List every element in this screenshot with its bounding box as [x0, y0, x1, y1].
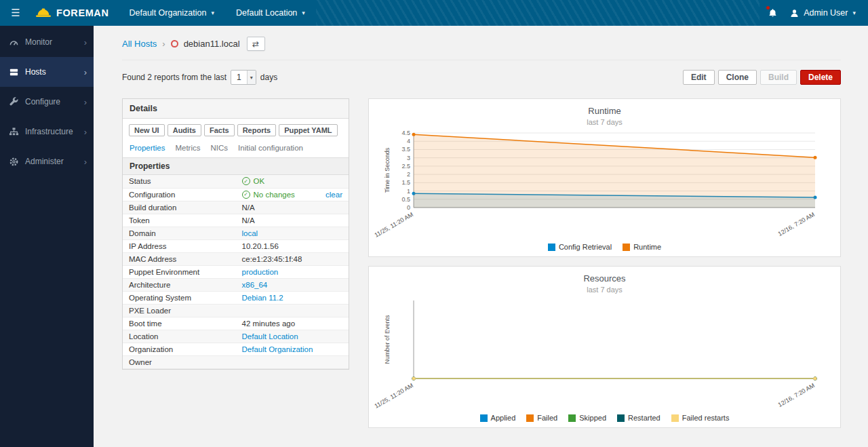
report-summary: Found 2 reports from the last 1 ▾ days — [122, 70, 277, 85]
notifications-button[interactable] — [760, 0, 786, 26]
gauge-icon — [9, 37, 19, 47]
ui-switcher-button[interactable]: ⇄ — [247, 37, 265, 51]
property-label: Build duration — [123, 201, 236, 214]
property-value: 10.20.1.56 — [236, 239, 349, 252]
server-icon — [9, 67, 19, 77]
location-selector-label: Default Location — [236, 8, 297, 18]
sidebar-item-label: Hosts — [25, 67, 46, 77]
facts-button[interactable]: Facts — [204, 124, 235, 136]
tab-metrics[interactable]: Metrics — [175, 144, 200, 152]
table-row: Puppet Environment production — [123, 265, 349, 278]
puppet-yaml-button[interactable]: Puppet YAML — [279, 124, 337, 136]
svg-text:3.5: 3.5 — [401, 146, 410, 153]
chevron-right-icon: › — [84, 157, 87, 167]
domain-link[interactable]: local — [242, 229, 258, 237]
audits-button[interactable]: Audits — [167, 124, 201, 136]
tab-initial-configuration[interactable]: Initial configuration — [238, 144, 303, 152]
table-row: Domain local — [123, 227, 349, 239]
reports-button[interactable]: Reports — [237, 124, 277, 136]
legend-item-skipped[interactable]: Skipped — [568, 414, 606, 422]
chart-title: Resources — [374, 273, 835, 284]
breadcrumb: All Hosts › debian11.local ⇄ — [122, 37, 841, 60]
caret-down-icon: ▾ — [852, 9, 856, 16]
new-ui-button[interactable]: New UI — [129, 124, 165, 136]
sidebar-item-administer[interactable]: Administer › — [0, 147, 94, 176]
breadcrumb-current-host: debian11.local — [184, 39, 240, 49]
main-content: All Hosts › debian11.local ⇄ Found 2 rep… — [94, 26, 868, 447]
legend-label: Failed — [537, 414, 557, 422]
chevron-right-icon: › — [84, 127, 87, 137]
resources-chart-legend: Applied Failed Skipped Restarted — [374, 414, 835, 422]
table-row: Token N/A — [123, 214, 349, 227]
tab-properties[interactable]: Properties — [130, 144, 165, 152]
sidebar-item-hosts[interactable]: Hosts › — [0, 57, 94, 87]
table-row: IP Address 10.20.1.56 — [123, 239, 349, 252]
legend-item-restarted[interactable]: Restarted — [617, 414, 660, 422]
chart-title: Runtime — [374, 106, 835, 116]
sidebar-item-infrastructure[interactable]: Infrastructure › — [0, 117, 94, 147]
edit-button[interactable]: Edit — [683, 70, 715, 85]
table-row: Boot time 42 minutes ago — [123, 317, 349, 330]
operating-system-link[interactable]: Debian 11.2 — [242, 294, 283, 302]
sidebar-item-label: Configure — [25, 97, 60, 106]
property-label: Boot time — [123, 317, 236, 330]
report-toolbar: Found 2 reports from the last 1 ▾ days E… — [122, 70, 841, 85]
svg-text:Time in Seconds: Time in Seconds — [384, 147, 391, 193]
breadcrumb-all-hosts-link[interactable]: All Hosts — [122, 39, 157, 49]
legend-label: Skipped — [579, 414, 606, 422]
table-row: Status ✓ OK — [123, 175, 349, 188]
legend-item-failed[interactable]: Failed — [526, 414, 557, 422]
menu-toggle-button[interactable]: ☰ — [0, 0, 31, 26]
property-label: Owner — [123, 355, 236, 368]
user-menu[interactable]: Admin User ▾ — [786, 0, 868, 26]
svg-text:3: 3 — [406, 155, 410, 161]
top-navbar: ☰ FOREMAN Default Organization ▾ Default… — [0, 0, 868, 26]
svg-text:1: 1 — [406, 188, 410, 195]
check-circle-icon: ✓ — [242, 191, 250, 199]
table-row: Configuration ✓ No changes clear — [123, 188, 349, 201]
legend-item-failed-restarts[interactable]: Failed restarts — [671, 414, 730, 422]
breadcrumb-separator-icon: › — [162, 39, 165, 49]
table-row: Build duration N/A — [123, 201, 349, 214]
legend-item-runtime[interactable]: Runtime — [623, 243, 661, 251]
legend-item-config-retrieval[interactable]: Config Retrieval — [548, 243, 612, 251]
sidebar-item-label: Infrastructure — [25, 127, 73, 136]
caret-down-icon: ▾ — [302, 9, 305, 16]
architecture-link[interactable]: x86_64 — [242, 281, 268, 289]
property-value: ✓ OK — [236, 175, 349, 188]
svg-text:0: 0 — [406, 204, 410, 211]
runtime-chart: 00.511.522.533.544.511/25, 11:20 AM12/16… — [381, 128, 829, 243]
report-summary-prefix: Found 2 reports from the last — [122, 73, 226, 82]
property-value: production — [236, 265, 349, 278]
puppet-environment-link[interactable]: production — [242, 268, 279, 276]
clear-link[interactable]: clear — [326, 191, 342, 199]
sidebar-item-configure[interactable]: Configure › — [0, 87, 94, 117]
foreman-logo[interactable]: FOREMAN — [31, 7, 119, 19]
svg-text:11/25, 11:20 AM: 11/25, 11:20 AM — [373, 382, 414, 410]
legend-swatch — [671, 414, 679, 422]
legend-label: Applied — [491, 414, 516, 422]
sidebar-item-monitor[interactable]: Monitor › — [0, 27, 94, 57]
svg-text:12/16, 7:20 AM: 12/16, 7:20 AM — [776, 382, 815, 408]
property-label: Architecture — [123, 278, 236, 291]
organization-selector[interactable]: Default Organization ▾ — [119, 0, 225, 26]
property-label: Organization — [123, 343, 236, 355]
host-power-status-icon — [171, 40, 178, 47]
properties-section-title: Properties — [123, 157, 349, 175]
tab-nics[interactable]: NICs — [210, 144, 228, 152]
property-value — [236, 304, 349, 317]
location-selector[interactable]: Default Location ▾ — [225, 0, 316, 26]
caret-down-icon: ▾ — [247, 71, 256, 84]
svg-text:2.5: 2.5 — [401, 163, 410, 170]
svg-text:2: 2 — [406, 171, 410, 178]
legend-item-applied[interactable]: Applied — [480, 414, 516, 422]
report-days-select[interactable]: 1 ▾ — [231, 70, 256, 85]
legend-swatch — [623, 244, 630, 251]
clone-button[interactable]: Clone — [718, 70, 757, 85]
location-link[interactable]: Default Location — [242, 332, 298, 341]
property-label: Configuration — [123, 188, 236, 201]
organization-link[interactable]: Default Organization — [242, 345, 313, 353]
properties-table: Status ✓ OK Configuration ✓ No changes — [123, 175, 349, 369]
delete-button[interactable]: Delete — [800, 70, 841, 85]
svg-text:11/25, 11:20 AM: 11/25, 11:20 AM — [373, 211, 414, 239]
